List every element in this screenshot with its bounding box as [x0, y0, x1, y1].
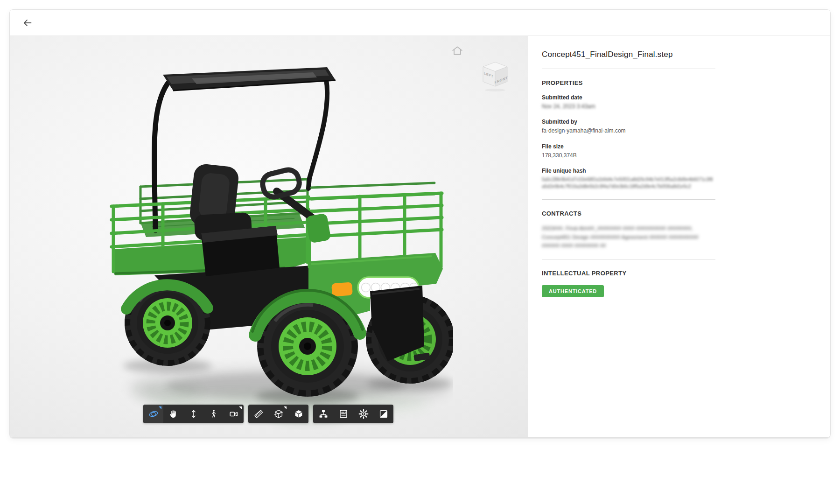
back-arrow-icon — [22, 17, 33, 28]
toolbar-group-navigate — [143, 405, 244, 423]
field-label: Submitted by — [542, 119, 715, 125]
field-value-redacted: 5a5c28fe9b41d7c03e68f2a1b9d4c7e50f31a8d2… — [542, 176, 715, 190]
toolbar-group-settings — [313, 405, 393, 423]
field-value: 178,330,374B — [542, 152, 715, 160]
section-tool-button[interactable] — [268, 405, 288, 423]
divider — [542, 69, 715, 69]
back-button[interactable] — [20, 15, 35, 30]
main-area: LEFT FRONT — [10, 36, 830, 437]
field-value: fa-design-yamaha@final-aim.com — [542, 127, 715, 135]
contracts-heading: CONTRACTS — [542, 210, 715, 217]
viewer-canvas[interactable]: LEFT FRONT — [10, 36, 528, 437]
settings-button[interactable] — [353, 405, 373, 423]
contrast-square-icon — [378, 409, 389, 419]
contracts-text-redacted: 2023###, Final-Aim##_######## #### #####… — [542, 224, 715, 250]
details-panel: Concept451_FinalDesign_Final.step PROPER… — [528, 36, 830, 437]
zoom-tool-button[interactable] — [183, 405, 203, 423]
home-view-button[interactable] — [450, 44, 464, 58]
camera-tool-button[interactable] — [224, 405, 244, 423]
field-label: File unique hash — [542, 168, 715, 174]
field-label: File size — [542, 143, 715, 150]
vehicle-blinker — [331, 282, 353, 296]
walk-tool-button[interactable] — [203, 405, 224, 423]
properties-button[interactable] — [333, 405, 353, 423]
field-label: Submitted date — [542, 94, 715, 101]
model-browser-button[interactable] — [313, 405, 333, 423]
ip-heading: INTELLECTUAL PROPERTY — [542, 270, 715, 277]
authenticated-badge: AUTHENTICATED — [542, 285, 604, 297]
file-title: Concept451_FinalDesign_Final.step — [542, 50, 715, 59]
divider — [542, 199, 715, 200]
model-toolbar — [143, 405, 393, 423]
field-file-size: File size 178,330,374B — [542, 143, 715, 160]
camera-icon — [229, 409, 239, 419]
field-submitted-date: Submitted date Nov 24, 2023 3:43am — [542, 94, 715, 111]
explode-model-icon — [294, 409, 304, 419]
vehicle-roof — [163, 67, 336, 91]
ruler-icon — [253, 409, 264, 419]
view-cube[interactable]: LEFT FRONT — [478, 59, 512, 94]
field-value-redacted: Nov 24, 2023 3:43am — [542, 103, 715, 111]
model-tree-icon — [318, 409, 329, 419]
vehicle-3d-model — [108, 66, 453, 430]
field-submitted-by: Submitted by fa-design-yamaha@final-aim.… — [542, 119, 715, 135]
section-cube-icon — [273, 409, 284, 419]
measure-tool-button[interactable] — [248, 405, 268, 423]
toolbar-group-analyze — [248, 405, 308, 423]
render-mode-button[interactable] — [373, 405, 393, 423]
pan-hand-icon — [168, 409, 179, 419]
orbit-tool-button[interactable] — [143, 405, 163, 423]
divider — [542, 259, 715, 259]
zoom-arrows-icon — [189, 409, 199, 419]
field-file-hash: File unique hash 5a5c28fe9b41d7c03e68f2a… — [542, 168, 715, 190]
orbit-icon — [148, 409, 159, 419]
home-icon — [451, 45, 463, 57]
pan-tool-button[interactable] — [163, 405, 183, 423]
walk-person-icon — [209, 409, 219, 419]
gear-icon — [358, 409, 369, 419]
properties-heading: PROPERTIES — [542, 79, 715, 86]
top-bar — [10, 10, 830, 36]
explode-tool-button[interactable] — [288, 405, 308, 423]
app-window: LEFT FRONT — [9, 9, 831, 438]
properties-panel-icon — [338, 409, 349, 419]
